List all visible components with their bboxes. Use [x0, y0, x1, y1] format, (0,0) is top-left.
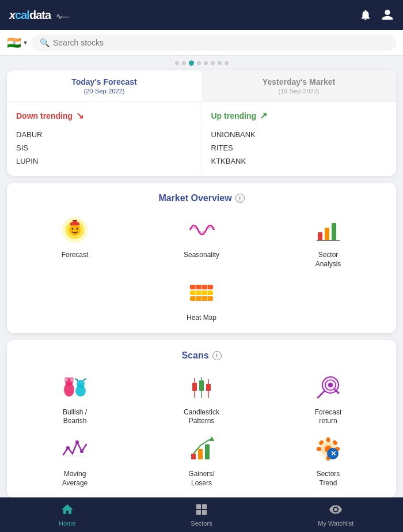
market-sector-analysis-item[interactable]: SectorAnalysis [267, 214, 389, 269]
market-seasonality-label: Seasonality [184, 251, 219, 260]
down-stock-3[interactable]: LUPIN [16, 154, 192, 168]
market-overview-grid: Forecast Seasonality SectorA [14, 214, 389, 269]
svg-rect-45 [326, 437, 330, 442]
sector-analysis-icon [312, 214, 344, 246]
forecast-icon [59, 214, 91, 246]
sectors-trend-icon: ✕ [312, 433, 344, 465]
nav-sectors[interactable]: Sectors [134, 497, 268, 532]
nav-watchlist[interactable]: My Watchlist [269, 497, 403, 532]
moving-average-item[interactable]: MovingAverage [14, 433, 136, 488]
profile-button[interactable] [381, 9, 394, 21]
market-heatmap-label: Heat Map [187, 314, 216, 323]
search-bar: 🇮🇳 ▾ 🔍 [0, 30, 403, 56]
svg-point-4 [77, 228, 78, 230]
search-icon: 🔍 [40, 38, 50, 47]
scans-info-icon[interactable]: i [212, 351, 222, 360]
svg-rect-8 [318, 232, 322, 240]
up-stock-2[interactable]: RITES [211, 141, 387, 154]
dot-6[interactable] [211, 61, 215, 65]
app-header: xcaldata ∿— [0, 0, 403, 30]
gainers-losers-label: Gainers/Losers [188, 470, 214, 488]
logo-text: xcaldata ∿— [9, 9, 69, 22]
chevron-down-icon: ▾ [24, 39, 27, 47]
candlestick-icon [185, 371, 218, 403]
up-trending-col: Up trending ↗ UNIONBANK RITES KTKBANK [202, 102, 397, 176]
svg-rect-25 [192, 383, 197, 391]
svg-rect-5 [70, 223, 79, 225]
flag-icon: 🇮🇳 [7, 36, 21, 50]
bullish-bearish-item[interactable]: Bullish /Bearish [14, 371, 136, 426]
svg-point-23 [77, 380, 85, 388]
svg-rect-39 [198, 449, 203, 459]
today-forecast-date: (20-Sep-2022) [12, 88, 197, 95]
dot-1[interactable] [175, 61, 179, 65]
down-stock-1[interactable]: DABUR [16, 128, 192, 141]
svg-text:✕: ✕ [330, 450, 336, 458]
gainers-losers-icon [185, 433, 218, 465]
svg-point-21 [70, 377, 74, 382]
down-trending-label: Down trending ↘ [16, 110, 192, 121]
svg-rect-38 [191, 454, 196, 459]
dot-2[interactable] [182, 61, 186, 65]
moving-average-icon [59, 433, 91, 465]
candlestick-label: CandlestickPatterns [184, 408, 219, 426]
header-actions [359, 9, 394, 21]
nav-watchlist-label: My Watchlist [318, 520, 353, 527]
up-stock-3[interactable]: KTKBANK [211, 154, 387, 168]
svg-rect-40 [205, 444, 210, 459]
nav-home[interactable]: Home [0, 497, 134, 532]
svg-rect-47 [317, 447, 321, 451]
market-heatmap-item[interactable]: Heat Map [139, 277, 263, 323]
svg-point-32 [328, 383, 333, 387]
gainers-losers-item[interactable]: Gainers/Losers [140, 433, 263, 488]
down-trending-col: Down trending ↘ DABUR SIS LUPIN [7, 102, 202, 176]
yesterday-market-date: (19-Sep-2022) [206, 88, 391, 95]
dot-3[interactable] [189, 61, 194, 66]
sectors-trend-item[interactable]: ✕ SectorsTrend [267, 433, 389, 488]
watchlist-icon [329, 503, 343, 518]
search-field[interactable]: 🔍 [32, 35, 396, 51]
dot-5[interactable] [204, 61, 208, 65]
candlestick-item[interactable]: CandlestickPatterns [140, 371, 263, 426]
scans-section: Scans i Bullish /Bearish [7, 340, 396, 498]
forecast-card: Today's Forecast (20-Sep-2022) Yesterday… [7, 70, 396, 176]
sectors-icon [195, 503, 208, 518]
bullish-bearish-label: Bullish /Bearish [63, 408, 87, 426]
dot-4[interactable] [197, 61, 201, 65]
carousel-dots [0, 56, 403, 70]
svg-line-33 [318, 391, 325, 398]
forecast-body: Down trending ↘ DABUR SIS LUPIN Up trend… [7, 101, 396, 176]
home-icon [60, 503, 74, 518]
market-overview-title: Market Overview i [14, 193, 389, 203]
svg-point-35 [66, 446, 70, 450]
moving-average-label: MovingAverage [62, 470, 88, 488]
down-arrow-icon: ↘ [76, 110, 83, 121]
market-heatmap-row: Heat Map [14, 277, 389, 323]
market-sector-analysis-label: SectorAnalysis [315, 251, 341, 269]
search-input[interactable] [53, 38, 388, 47]
today-forecast-title: Today's Forecast [12, 77, 197, 86]
nav-home-label: Home [59, 520, 75, 527]
forecast-return-label: Forecastreturn [315, 408, 342, 426]
forecast-return-item[interactable]: Forecastreturn [267, 371, 389, 426]
today-forecast-tab[interactable]: Today's Forecast (20-Sep-2022) [7, 70, 202, 101]
dot-7[interactable] [218, 61, 222, 65]
up-stock-1[interactable]: UNIONBANK [211, 128, 387, 141]
country-selector[interactable]: 🇮🇳 ▾ [7, 36, 27, 50]
svg-point-36 [75, 440, 79, 444]
dot-8[interactable] [225, 61, 229, 65]
market-overview-info-icon[interactable]: i [235, 194, 245, 203]
down-stock-2[interactable]: SIS [16, 141, 192, 154]
svg-marker-41 [210, 436, 214, 441]
user-icon [381, 9, 394, 21]
market-forecast-item[interactable]: Forecast [14, 214, 136, 269]
bottom-navigation: Home Sectors My Watchlist [0, 497, 403, 532]
market-forecast-label: Forecast [62, 251, 89, 260]
up-arrow-icon: ↗ [260, 110, 267, 121]
yesterday-market-tab[interactable]: Yesterday's Market (19-Sep-2022) [202, 70, 396, 101]
forecast-tabs: Today's Forecast (20-Sep-2022) Yesterday… [7, 70, 396, 101]
svg-rect-10 [332, 223, 336, 240]
notification-button[interactable] [359, 9, 372, 21]
market-seasonality-item[interactable]: Seasonality [140, 214, 263, 269]
scans-grid: Bullish /Bearish CandlestickPatterns [14, 371, 389, 488]
